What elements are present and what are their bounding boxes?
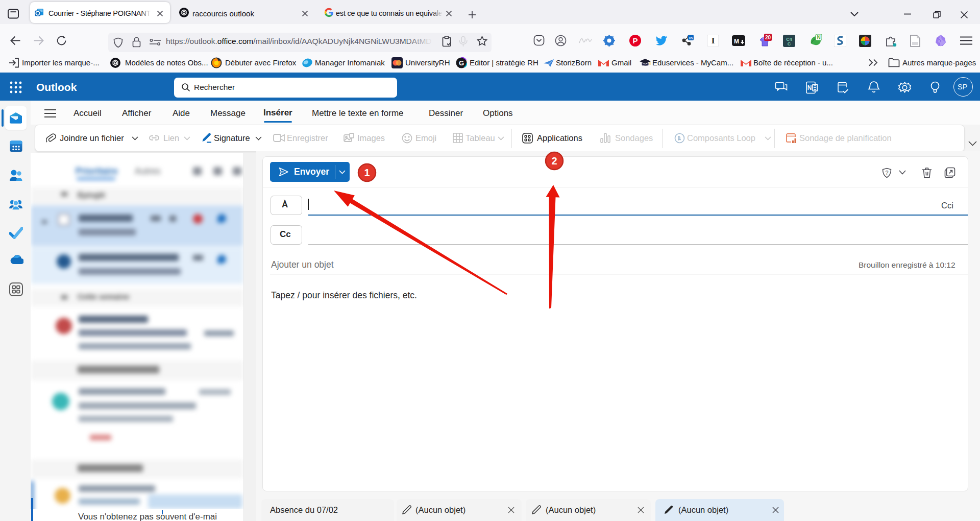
- svg-text:C: C: [788, 41, 791, 46]
- svg-text:N: N: [817, 35, 820, 40]
- svg-text:?: ?: [885, 170, 888, 176]
- svg-text:in: in: [689, 36, 693, 40]
- svg-text:P: P: [632, 36, 638, 45]
- svg-text:I: I: [712, 36, 715, 45]
- svg-text:M: M: [734, 38, 739, 45]
- svg-text:N: N: [807, 84, 812, 91]
- svg-text:G: G: [459, 59, 464, 67]
- svg-text:20: 20: [765, 35, 771, 40]
